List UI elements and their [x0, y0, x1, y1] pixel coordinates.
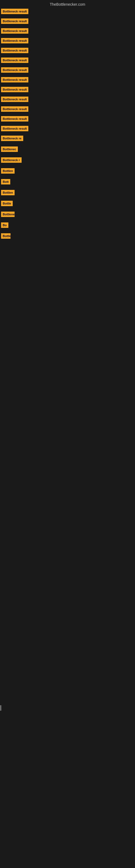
- site-title: TheBottlenecker.com: [0, 0, 135, 8]
- list-item: Bottlenec: [0, 212, 135, 218]
- list-item: Bottlenec: [0, 147, 135, 153]
- bottleneck-badge[interactable]: Bottleneck result: [1, 28, 28, 34]
- bottleneck-badge[interactable]: Bottleneck result: [1, 87, 28, 92]
- bottleneck-badge[interactable]: Bottleneck result: [1, 9, 28, 14]
- bottleneck-badge[interactable]: Bottleneck result: [1, 67, 28, 73]
- bottleneck-badge[interactable]: Bottlen: [1, 190, 14, 195]
- list-item: Bottlen: [0, 190, 135, 196]
- bottleneck-badge[interactable]: Bottlenec: [1, 147, 18, 152]
- bottleneck-badge[interactable]: Bottleneck result: [1, 58, 28, 63]
- list-item: Bottle: [0, 201, 135, 207]
- list-item: Bottleneck result: [0, 126, 135, 131]
- list-item: Bottleneck result: [0, 58, 135, 63]
- bottleneck-badge[interactable]: Bottleneck result: [1, 126, 28, 131]
- bottleneck-badge[interactable]: Bo: [1, 222, 8, 228]
- list-item: Bott: [0, 179, 135, 186]
- bottleneck-badge[interactable]: Bottleneck re: [1, 135, 23, 141]
- items-container: Bottleneck resultBottleneck resultBottle…: [0, 8, 135, 240]
- bottleneck-badge[interactable]: Bottleneck result: [1, 116, 28, 122]
- bottleneck-badge[interactable]: Bottleneck result: [1, 48, 28, 53]
- bottleneck-badge[interactable]: Bottlen: [1, 168, 14, 174]
- list-item: Bottleneck result: [0, 97, 135, 102]
- bottleneck-badge[interactable]: Bottlenec: [1, 212, 14, 217]
- list-item: Bottleneck result: [0, 38, 135, 43]
- bottleneck-badge[interactable]: Bottleneck result: [1, 77, 28, 83]
- list-item: Bottlen: [0, 168, 135, 175]
- bottleneck-badge[interactable]: Bottleneck result: [1, 106, 28, 112]
- list-item: Bottleneck result: [0, 48, 135, 53]
- list-item: Bottleneck result: [0, 28, 135, 34]
- bottleneck-badge[interactable]: Bottleneck result: [1, 97, 28, 102]
- list-item: Bottleneck result: [0, 116, 135, 122]
- cursor-line: [1, 705, 1, 711]
- bottleneck-badge[interactable]: Bott: [1, 179, 10, 184]
- list-item: Bo: [0, 222, 135, 229]
- bottleneck-badge[interactable]: Bottle: [1, 201, 13, 206]
- list-item: Bottleneck result: [0, 19, 135, 24]
- bottleneck-badge[interactable]: Bottleneck result: [1, 38, 28, 43]
- list-item: Bottlen: [0, 233, 135, 240]
- list-item: Bottleneck result: [0, 9, 135, 14]
- bottleneck-badge[interactable]: Bottleneck result: [1, 19, 28, 24]
- list-item: Bottleneck re: [0, 135, 135, 142]
- bottleneck-badge[interactable]: Bottleneck r: [1, 157, 21, 163]
- list-item: Bottleneck r: [0, 157, 135, 164]
- list-item: Bottleneck result: [0, 87, 135, 92]
- bottleneck-badge[interactable]: Bottlen: [1, 233, 10, 239]
- list-item: Bottleneck result: [0, 77, 135, 83]
- page-wrapper: TheBottlenecker.com Bottleneck resultBot…: [0, 0, 135, 240]
- list-item: Bottleneck result: [0, 106, 135, 112]
- list-item: Bottleneck result: [0, 67, 135, 73]
